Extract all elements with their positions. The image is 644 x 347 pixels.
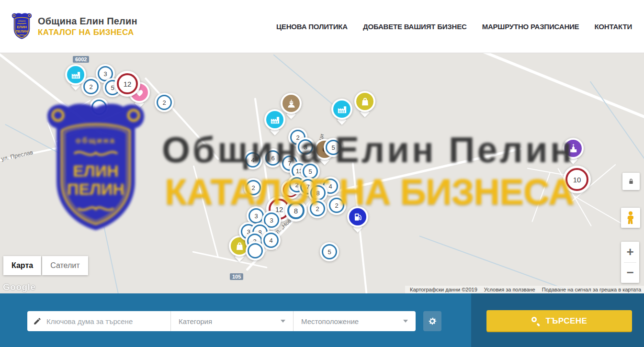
nav-item-2[interactable]: ДОБАВЕТЕ ВАШИЯТ БИЗНЕС [363, 22, 467, 31]
church-icon [565, 140, 582, 157]
factory-pin-marker[interactable] [65, 64, 86, 92]
nav-item-4[interactable]: КОНТАКТИ [594, 22, 632, 31]
advanced-settings-button[interactable] [423, 311, 441, 331]
attribution-link-2[interactable]: Подаване на сигнал за грешка в картата [542, 287, 641, 292]
map-data-credit: Картографски данни ©2019 [410, 287, 477, 292]
nav-item-3[interactable]: МАРШРУТНО РАЗПИСАНИЕ [482, 22, 579, 31]
map-type-control: Карта Сателит [3, 256, 88, 275]
cluster-marker-2[interactable]: 2 [327, 196, 346, 215]
lock-icon [627, 178, 635, 185]
attribution-link-1[interactable]: Условия за ползване [484, 287, 535, 292]
search-icon [531, 317, 540, 325]
road-number-badge: 105 [230, 273, 243, 280]
factory-pin-marker[interactable] [264, 109, 285, 137]
road-line [88, 126, 133, 144]
site-logo[interactable]: община ЕЛИН ПЕЛИН Община Елин Пелин КАТА… [11, 11, 137, 42]
waterway-line [103, 227, 123, 293]
cluster-marker-12[interactable]: 12 [114, 71, 140, 97]
watermark-subtitle: КАТАЛОГ НА БИЗНЕСА [165, 171, 574, 213]
watermark-logo: община ЕЛИН ПЕЛИН [41, 100, 151, 236]
fuel-pin-marker[interactable] [347, 206, 368, 234]
search-fields: Категория Местоположение [27, 311, 416, 331]
page: община ЕЛИН ПЕЛИН Община Елин Пелин КАТА… [0, 0, 644, 347]
cluster-marker-5[interactable]: 5 [320, 242, 339, 261]
map-type-map-button[interactable]: Карта [3, 256, 41, 275]
street-view-pegman-button[interactable] [621, 208, 640, 228]
street-label: ул. Преслав [0, 149, 34, 162]
cluster-marker-5[interactable]: 5 [324, 138, 343, 157]
cluster-marker-2[interactable]: 2 [155, 93, 174, 112]
nav-item-1[interactable]: ЦЕНОВА ПОЛИТИКА [276, 22, 348, 31]
bag-icon [356, 93, 373, 110]
chevron-down-icon [403, 320, 408, 323]
location-select[interactable]: Местоположение [294, 311, 416, 331]
bag-pin-marker[interactable] [354, 91, 375, 119]
svg-text:ПЕЛИН: ПЕЛИН [16, 29, 28, 34]
road-line [531, 172, 551, 222]
category-select-value: Категория [179, 317, 212, 325]
zoom-out-button[interactable]: − [621, 263, 639, 283]
zoom-control: + − [621, 242, 639, 283]
cluster-marker-2[interactable]: 2 [308, 199, 327, 218]
search-button-label: ТЪРСЕНЕ [546, 316, 588, 326]
factory-icon [266, 111, 283, 128]
category-select[interactable]: Категория [171, 311, 293, 331]
cluster-marker-3[interactable]: 3 [296, 137, 315, 157]
site-subtitle: КАТАЛОГ НА БИЗНЕСА [38, 28, 137, 37]
cluster-marker-10[interactable]: 10 [563, 166, 591, 193]
road-number-badge: 6002 [73, 56, 89, 63]
chevron-down-icon [281, 320, 285, 323]
main-nav: ЦЕНОВА ПОЛИТИКАДОБАВЕТЕ ВАШИЯТ БИЗНЕСМАР… [276, 22, 632, 31]
search-panel: Категория Местоположение ТЪРСЕНЕ [0, 293, 644, 347]
church-pin-marker[interactable] [563, 138, 584, 166]
search-button[interactable]: ТЪРСЕНЕ [486, 310, 632, 332]
cluster-marker[interactable] [246, 241, 265, 260]
keyword-field-wrap [27, 311, 170, 331]
factory-pin-marker[interactable] [331, 99, 352, 126]
keyword-search-input[interactable] [46, 317, 165, 325]
road-line [193, 166, 219, 258]
pencil-icon [33, 317, 42, 325]
cluster-marker-4[interactable]: 4 [261, 231, 281, 250]
waterway-line [590, 81, 644, 160]
lock-button[interactable] [622, 173, 640, 190]
municipality-logo-icon: община ЕЛИН ПЕЛИН [11, 11, 33, 42]
cluster-marker-2[interactable]: 2 [244, 178, 263, 197]
location-select-value: Местоположение [301, 317, 359, 325]
factory-icon [67, 66, 84, 83]
cluster-marker-8[interactable]: 8 [285, 200, 307, 222]
waterway-line [419, 235, 644, 293]
road-line [460, 53, 644, 121]
road-line [145, 77, 220, 160]
pegman-icon [625, 211, 636, 225]
fuel-icon [349, 208, 366, 225]
road-line [321, 147, 522, 196]
map-type-satellite-button[interactable]: Сателит [42, 256, 88, 275]
zoom-in-button[interactable]: + [621, 242, 639, 262]
svg-text:община: община [18, 20, 26, 22]
svg-text:ПЕЛИН: ПЕЛИН [67, 180, 124, 198]
google-logo[interactable]: Google [3, 282, 35, 292]
cluster-marker-6[interactable]: 6 [263, 148, 282, 168]
cluster-marker-4[interactable]: 4 [243, 150, 262, 169]
header: община ЕЛИН ПЕЛИН Община Елин Пелин КАТА… [0, 0, 644, 53]
svg-text:община: община [76, 136, 115, 145]
cluster-marker[interactable] [90, 98, 109, 117]
factory-icon [333, 101, 350, 118]
map-attribution: Картографски данни ©2019Условия за ползв… [405, 286, 644, 293]
svg-text:ЕЛИН: ЕЛИН [17, 25, 27, 29]
site-title: Община Елин Пелин [38, 16, 137, 27]
brand-text: Община Елин Пелин КАТАЛОГ НА БИЗНЕСА [38, 16, 137, 37]
road-line [53, 100, 91, 123]
map-canvas[interactable]: ул. Преславбул. „Новоселци6002105 325122… [0, 53, 644, 293]
gear-icon [427, 316, 438, 326]
